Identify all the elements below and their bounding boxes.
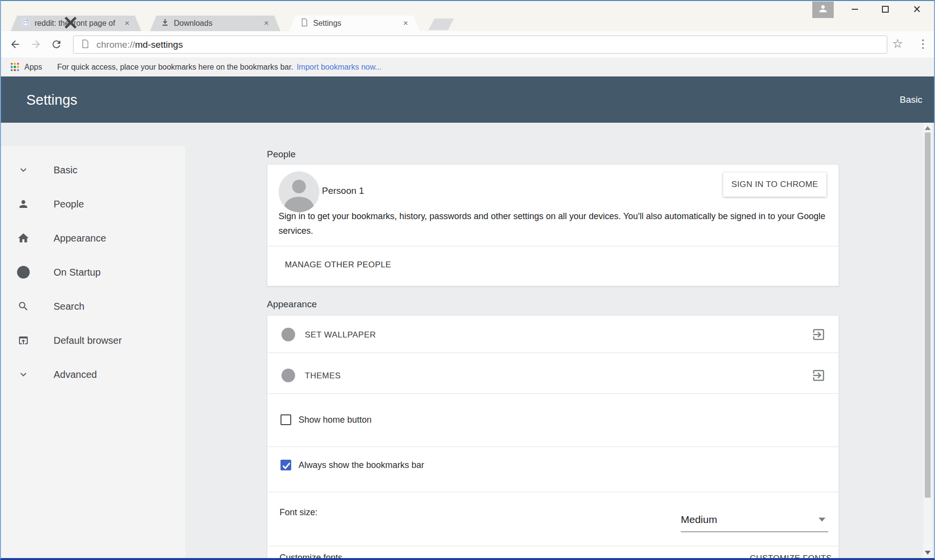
header-section-label: Basic: [900, 94, 922, 105]
sidebar-item-appearance[interactable]: Appearance: [1, 221, 185, 255]
scrollbar-thumb[interactable]: [925, 132, 931, 498]
font-size-value: Medium: [681, 514, 717, 525]
sidebar-item-search[interactable]: Search: [1, 289, 185, 323]
settings-sidebar: Basic People Appearance On Startup Searc…: [1, 146, 185, 560]
divider: [267, 353, 839, 353]
page-scrollbar[interactable]: [923, 123, 932, 558]
bookmarks-bar-checkbox[interactable]: [280, 460, 291, 470]
sign-in-description: Sign in to get your bookmarks, history, …: [279, 209, 830, 238]
customize-fonts-button[interactable]: CUSTOMIZE FONTS: [750, 554, 832, 560]
sidebar-item-label: Search: [54, 301, 84, 312]
profile-avatar-icon: [818, 3, 828, 16]
exit-to-app-icon[interactable]: [811, 327, 826, 342]
tab-close-icon[interactable]: ×: [402, 19, 409, 28]
themes-button[interactable]: THEMES: [305, 371, 341, 381]
dropdown-underline: [681, 531, 828, 532]
font-size-dropdown[interactable]: Medium: [681, 508, 828, 534]
exit-to-app-icon[interactable]: [811, 368, 826, 383]
themes-thumb-icon: [281, 369, 295, 382]
appearance-card: SET WALLPAPER THEMES Show home button: [267, 315, 839, 560]
profile-button[interactable]: [812, 1, 834, 18]
titlebar: [0, 0, 935, 31]
circle-icon: [17, 266, 30, 279]
divider: [267, 546, 839, 546]
minimize-button[interactable]: [841, 0, 868, 19]
dropdown-arrow-icon: [819, 518, 825, 522]
settings-content: Basic People Appearance On Startup Searc…: [0, 123, 935, 560]
apps-label[interactable]: Apps: [24, 63, 42, 72]
chevron-down-icon: [17, 164, 30, 176]
show-home-button-label[interactable]: Show home button: [299, 415, 372, 425]
sidebar-item-label: Advanced: [54, 369, 97, 380]
chevron-down-icon: [17, 368, 30, 381]
page-icon: [80, 39, 90, 51]
tab-title: Settings: [313, 19, 398, 28]
reddit-favicon-icon: [21, 18, 30, 29]
sidebar-item-label: Basic: [54, 165, 77, 176]
maximize-icon: [882, 6, 889, 13]
tab-downloads[interactable]: Downloads ×: [150, 16, 280, 31]
tab-title: Downloads: [174, 19, 259, 28]
url-text[interactable]: chrome://md-settings: [96, 39, 183, 50]
customize-fonts-label: Customize fonts: [280, 553, 342, 560]
section-heading-people: People: [267, 149, 296, 160]
minimize-icon: [852, 9, 858, 10]
open-in-browser-icon: [17, 334, 30, 347]
sidebar-item-basic[interactable]: Basic: [1, 153, 185, 187]
settings-main: People Persoon 1 SIGN IN TO CHROME Sign …: [267, 123, 839, 560]
scroll-up-arrow-icon[interactable]: [925, 126, 931, 130]
maximize-button[interactable]: [872, 0, 899, 19]
bookmarks-bar-label[interactable]: Always show the bookmarks bar: [299, 460, 424, 470]
url-path: md-settings: [135, 39, 183, 50]
sidebar-item-label: People: [54, 199, 84, 210]
page-title: Settings: [26, 92, 77, 108]
divider: [267, 492, 839, 492]
sidebar-item-label: On Startup: [54, 267, 101, 278]
bookmarks-bar: Apps For quick access, place your bookma…: [0, 57, 935, 76]
sidebar-item-advanced[interactable]: Advanced: [1, 357, 185, 392]
divider: [267, 447, 839, 447]
apps-grid-icon[interactable]: [11, 63, 19, 71]
home-icon: [17, 232, 30, 244]
document-favicon-icon: [300, 18, 309, 29]
scroll-down-arrow-icon[interactable]: [925, 551, 931, 555]
sidebar-item-on-startup[interactable]: On Startup: [1, 255, 185, 289]
bookmarks-message: For quick access, place your bookmarks h…: [57, 63, 293, 72]
download-favicon-icon: [161, 18, 169, 29]
address-bar[interactable]: chrome://md-settings: [73, 36, 887, 54]
divider: [267, 393, 839, 394]
search-icon: [17, 300, 30, 313]
sidebar-item-people[interactable]: People: [1, 187, 185, 221]
tab-close-icon[interactable]: ×: [124, 19, 131, 28]
settings-page-header: Settings Basic: [0, 76, 935, 123]
tab-close-icon[interactable]: ×: [263, 19, 270, 28]
tab-title: reddit: the front page of: [35, 19, 119, 28]
tab-settings[interactable]: Settings ×: [289, 16, 420, 31]
profile-name: Persoon 1: [322, 186, 364, 196]
browser-menu-icon[interactable]: ⋮: [917, 37, 929, 50]
sidebar-item-default-browser[interactable]: Default browser: [1, 323, 185, 357]
close-window-button[interactable]: ×: [902, 0, 932, 19]
set-wallpaper-button[interactable]: SET WALLPAPER: [305, 330, 376, 340]
wallpaper-thumb-icon: [281, 328, 295, 341]
forward-button[interactable]: [30, 38, 42, 50]
sidebar-item-label: Default browser: [54, 335, 122, 346]
sign-in-to-chrome-button[interactable]: SIGN IN TO CHROME: [723, 172, 826, 197]
reload-button[interactable]: [51, 38, 62, 50]
sidebar-item-label: Appearance: [54, 233, 106, 244]
import-bookmarks-link[interactable]: Import bookmarks now...: [297, 63, 381, 72]
font-size-label: Font size:: [280, 507, 318, 518]
show-home-button-checkbox[interactable]: [280, 414, 291, 425]
bookmark-star-icon[interactable]: ☆: [892, 37, 903, 51]
divider: [267, 246, 839, 246]
avatar: [279, 171, 319, 212]
section-heading-appearance: Appearance: [267, 299, 317, 310]
person-icon: [17, 198, 30, 210]
people-card: Persoon 1 SIGN IN TO CHROME Sign in to g…: [267, 164, 839, 286]
tab-reddit[interactable]: reddit: the front page of ×: [11, 16, 141, 31]
manage-other-people-button[interactable]: MANAGE OTHER PEOPLE: [285, 260, 391, 270]
browser-toolbar: chrome://md-settings ☆ ⋮: [0, 31, 935, 57]
url-scheme: chrome://: [96, 39, 135, 50]
back-button[interactable]: [9, 38, 21, 50]
